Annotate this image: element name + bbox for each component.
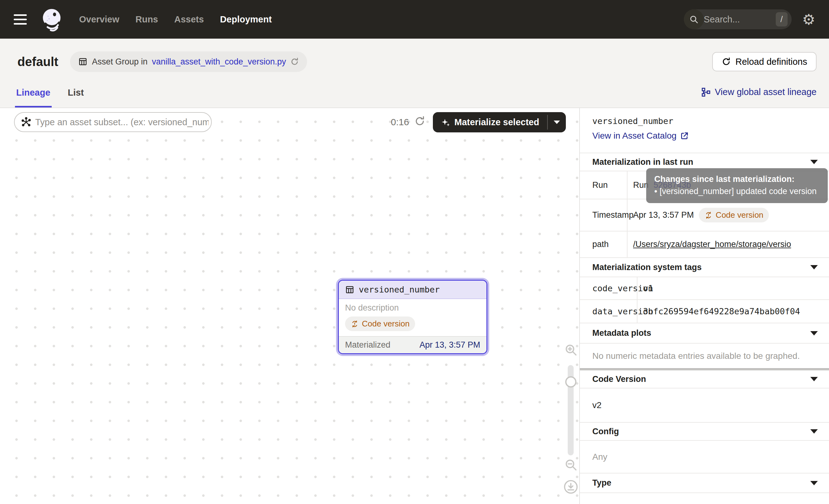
asset-details-panel: versioned_number View in Asset Catalog M… — [579, 108, 829, 504]
lineage-graph-icon — [701, 87, 711, 97]
asset-subset-input-wrap — [14, 112, 212, 132]
tab-lineage[interactable]: Lineage — [15, 77, 52, 107]
search-box[interactable]: / — [684, 9, 792, 29]
page-header: default Asset Group in vanilla_asset_wit… — [0, 39, 829, 77]
timestamp-row-label: Timestamp — [580, 200, 627, 231]
timestamp-row: Timestamp Apr 13, 3:57 PM Code version — [580, 200, 829, 231]
zoom-in-icon[interactable] — [564, 343, 578, 358]
data-version-tag-value: 3bfc269594ef649228e9a74bab00f04 — [638, 300, 829, 323]
page-title: default — [17, 55, 58, 69]
config-value: Any — [580, 441, 829, 473]
asset-group-pill: Asset Group in vanilla_asset_with_code_v… — [70, 51, 307, 72]
panel-splitter[interactable] — [580, 368, 829, 370]
code-version-tag-row: code_version v1 — [580, 277, 829, 300]
materialize-dropdown-button[interactable] — [548, 112, 566, 132]
dagster-logo[interactable] — [39, 7, 64, 32]
path-value-link[interactable]: /Users/sryza/dagster_home/storage/versio — [633, 240, 791, 249]
refresh-timer: 0:16 — [391, 117, 409, 128]
section-label: Materialization system tags — [592, 262, 701, 272]
section-label: Config — [592, 427, 619, 436]
search-shortcut-badge: / — [776, 12, 788, 27]
code-version-badge[interactable]: Code version — [699, 208, 769, 222]
asset-group-file-link[interactable]: vanilla_asset_with_code_version.py — [152, 57, 286, 67]
chevron-down-icon — [810, 429, 818, 434]
code-version-badge-label: Code version — [362, 319, 409, 329]
asset-node-title: versioned_number — [359, 285, 440, 294]
changes-tooltip: Changes since last materialization: [ver… — [646, 168, 828, 203]
view-global-asset-lineage-link[interactable]: View global asset lineage — [701, 87, 817, 97]
chevron-down-icon — [810, 331, 818, 335]
metadata-plots-empty-text: No numeric metadata entries available to… — [580, 344, 829, 368]
section-materialization-system-tags[interactable]: Materialization system tags — [580, 258, 829, 277]
nav-item-deployment[interactable]: Deployment — [220, 14, 272, 25]
path-row: path /Users/sryza/dagster_home/storage/v… — [580, 231, 829, 258]
top-nav: Overview Runs Assets Deployment / ⚙ — [0, 0, 829, 39]
refresh-icon[interactable] — [414, 115, 425, 127]
materialized-status-label: Materialized — [345, 340, 391, 350]
timestamp-value: Apr 13, 3:57 PM — [633, 210, 694, 220]
materialize-selected-button[interactable]: Materialize selected — [433, 112, 547, 132]
code-version-value: v2 — [580, 389, 829, 423]
view-in-asset-catalog-label: View in Asset Catalog — [592, 131, 676, 141]
nav-item-assets[interactable]: Assets — [174, 14, 204, 25]
tooltip-item: [versioned_number] updated code version — [654, 185, 820, 197]
asset-group-label: Asset Group in — [92, 57, 148, 67]
data-version-tag-row: data_version 3bfc269594ef649228e9a74bab0… — [580, 300, 829, 323]
tooltip-title: Changes since last materialization: — [654, 173, 820, 185]
search-input[interactable] — [704, 14, 776, 25]
tabs-bar: Lineage List View global asset lineage — [0, 77, 829, 108]
code-version-tag-label: code_version — [580, 277, 638, 299]
nav-item-overview[interactable]: Overview — [79, 14, 119, 25]
external-link-icon — [680, 132, 689, 140]
asset-node-description: No description — [345, 303, 480, 313]
asset-subset-input[interactable] — [35, 117, 209, 128]
materialized-time-link[interactable]: Apr 13, 3:57 PM — [420, 340, 480, 350]
menu-icon[interactable] — [14, 14, 30, 25]
data-version-tag-label: data_version — [580, 300, 638, 323]
materialize-split-button: Materialize selected — [433, 112, 566, 132]
section-label: Type — [592, 478, 611, 488]
view-in-asset-catalog-link[interactable]: View in Asset Catalog — [592, 131, 689, 141]
panel-header: versioned_number View in Asset Catalog — [580, 108, 829, 153]
op-selector-icon — [21, 117, 31, 128]
section-code-version[interactable]: Code Version — [580, 370, 829, 389]
asset-node-versioned-number[interactable]: versioned_number No description Code ver… — [338, 280, 488, 354]
tab-list[interactable]: List — [67, 77, 85, 107]
panel-asset-title: versioned_number — [592, 116, 818, 126]
changed-icon — [351, 320, 359, 328]
refresh-icon — [722, 57, 731, 66]
path-row-label: path — [580, 231, 627, 257]
reload-definitions-button[interactable]: Reload definitions — [712, 52, 817, 71]
code-version-badge[interactable]: Code version — [345, 317, 415, 331]
reload-definitions-label: Reload definitions — [735, 57, 807, 67]
changed-icon — [705, 211, 713, 219]
download-view-icon[interactable] — [563, 479, 578, 496]
view-global-asset-lineage-label: View global asset lineage — [715, 87, 817, 97]
sparkle-icon — [441, 118, 450, 127]
search-icon — [684, 9, 704, 29]
code-version-badge-label: Code version — [716, 210, 763, 220]
chevron-down-icon — [810, 377, 818, 381]
chevron-down-icon — [810, 265, 818, 269]
asset-node-body: No description Code version — [339, 299, 486, 336]
zoom-slider-knob[interactable] — [565, 376, 576, 388]
chevron-down-icon — [554, 120, 560, 124]
section-config[interactable]: Config — [580, 423, 829, 441]
gear-icon[interactable]: ⚙ — [802, 12, 815, 27]
asset-node-footer: Materialized Apr 13, 3:57 PM — [339, 336, 486, 353]
section-metadata-plots[interactable]: Metadata plots — [580, 323, 829, 344]
section-label: Code Version — [592, 374, 646, 384]
lineage-canvas[interactable]: 0:16 Materialize selected versioned_numb… — [0, 108, 579, 504]
section-label: Materialization in last run — [592, 157, 693, 167]
chevron-down-icon — [810, 481, 818, 485]
nav-item-runs[interactable]: Runs — [136, 14, 158, 25]
nav-items: Overview Runs Assets Deployment — [79, 14, 272, 25]
table-icon — [78, 57, 87, 66]
materialize-selected-label: Materialize selected — [454, 117, 539, 128]
refresh-icon[interactable] — [290, 57, 299, 66]
zoom-out-icon[interactable] — [564, 458, 578, 473]
chevron-down-icon — [810, 160, 818, 164]
section-type[interactable]: Type — [580, 473, 829, 493]
section-label: Metadata plots — [592, 328, 651, 338]
asset-node-header: versioned_number — [339, 281, 486, 299]
